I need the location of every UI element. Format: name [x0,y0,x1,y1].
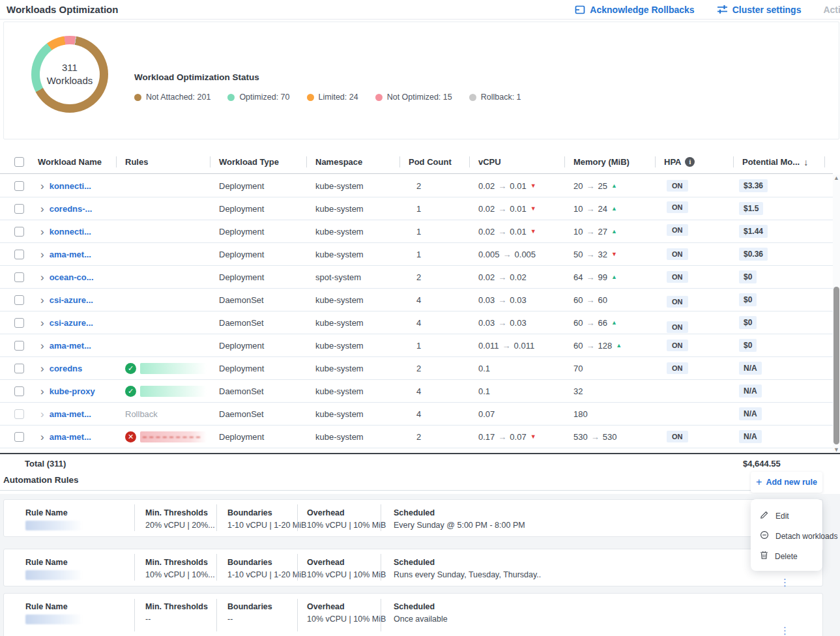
workload-name-link[interactable]: ama-met... [44,432,91,442]
row-checkbox[interactable] [14,204,24,214]
hpa-on-badge: ON [667,340,688,351]
workload-name-link[interactable]: ama-met... [44,250,91,259]
workload-status-card: 311 Workloads Workload Optimization Stat… [3,22,839,139]
pod-count-cell: 2 [399,364,469,373]
add-new-rule-button[interactable]: + Add new rule [751,472,822,493]
menu-item-detach-workloads[interactable]: Detach workloads [751,526,822,546]
workload-name-link[interactable]: ama-met... [44,409,91,419]
table-scrollbar[interactable]: ▲ ▼ [833,175,840,453]
expand-row-icon[interactable]: › [29,181,44,192]
rule-name-redacted[interactable] [140,363,207,374]
column-header-hpa[interactable]: HPAi [655,150,733,174]
expand-row-icon[interactable]: › [29,386,44,397]
trend-up-icon: ▲ [607,319,617,326]
column-header-memory-mib-[interactable]: Memory (MiB) [564,150,655,174]
trend-down-icon: ▼ [527,205,536,212]
expand-row-icon[interactable]: › [29,295,44,306]
potential-savings-badge: $0 [739,339,757,352]
rule-name-redacted[interactable] [140,386,207,397]
sort-desc-icon[interactable]: ↓ [804,157,808,167]
row-checkbox[interactable] [14,409,24,419]
legend-dot-icon [307,94,314,101]
overhead-value: 10% vCPU | 10% MiB [307,570,381,579]
workload-name-link[interactable]: kube-proxy [44,386,95,396]
row-checkbox[interactable] [14,318,24,328]
workload-name-link[interactable]: csi-azure... [44,318,93,328]
row-checkbox[interactable] [14,364,24,373]
expand-row-icon[interactable]: › [29,340,44,351]
workload-name-link[interactable]: csi-azure... [44,295,93,305]
row-checkbox[interactable] [14,181,24,191]
scrollbar-up-icon[interactable]: ▲ [833,175,840,181]
row-checkbox[interactable] [14,227,24,237]
workload-name-link[interactable]: coredns-... [44,204,93,214]
scrollbar-down-icon[interactable]: ▼ [833,446,840,453]
vcpu-cell: 0.005→0.005 [469,250,564,259]
column-header-workload-name[interactable]: Workload Name [29,150,116,174]
rule-menu-kebab-icon[interactable]: ⋮ [780,625,789,636]
legend-item-limited: Limited: 24 [307,93,358,102]
arrow-right-icon: → [583,204,598,214]
column-header-pod-count[interactable]: Pod Count [399,150,469,174]
workload-name-link[interactable]: ama-met... [44,341,91,351]
total-potential-value: $4,644.55 [743,459,781,469]
trend-down-icon: ▼ [527,182,536,189]
rules-cell: ✓ [116,363,210,374]
rules-cell: ✓ [116,386,210,397]
column-header-workload-type[interactable]: Workload Type [210,150,306,174]
cluster-settings-button[interactable]: Cluster settings [717,5,802,15]
column-header-vcpu[interactable]: vCPU [469,150,564,174]
workload-name-link[interactable]: konnecti... [44,227,91,237]
namespace-cell: kube-system [306,204,399,214]
row-checkbox[interactable] [14,386,24,396]
expand-row-icon[interactable]: › [29,272,44,283]
legend-item-optimized: Optimized: 70 [227,93,289,102]
expand-row-icon[interactable]: › [29,409,44,420]
row-checkbox[interactable] [14,432,24,442]
table-row: ›coredns✓Deploymentkube-system20.170ONN/… [0,357,833,380]
hpa-on-badge: ON [667,271,688,283]
automation-rule-card: Rule NameMin. Thresholds--Boundaries--Ov… [3,593,823,636]
expand-row-icon[interactable]: › [29,249,44,260]
scrollbar-thumb[interactable] [833,287,839,444]
table-row: ›konnecti...Deploymentkube-system10.02→0… [0,220,833,243]
action-button[interactable]: Action [823,5,840,15]
namespace-cell: kube-system [306,250,399,259]
donut-center-text: 311 Workloads [31,36,108,113]
automation-rule-card: Rule NameMin. Thresholds10% vCPU | 10%..… [3,549,823,586]
expand-row-icon[interactable]: › [29,317,44,328]
namespace-cell: kube-system [306,227,399,237]
expand-row-icon[interactable]: › [29,203,44,214]
workload-name-link[interactable]: ocean-co... [44,272,94,282]
select-all-checkbox[interactable] [14,157,24,167]
namespace-cell: kube-system [306,181,399,191]
expand-row-icon[interactable]: › [29,363,44,374]
vcpu-cell: 0.02→0.01▼ [469,181,564,191]
menu-item-delete[interactable]: Delete [751,546,822,566]
row-checkbox[interactable] [14,272,24,282]
rule-name-redacted[interactable] [140,431,207,442]
rule-error-icon: ✕ [125,431,136,442]
hpa-info-icon[interactable]: i [685,157,695,167]
workload-type-cell: DaemonSet [210,409,306,419]
min-thresholds-label: Min. Thresholds [145,508,216,517]
column-header-namespace[interactable]: Namespace [306,150,399,174]
workload-type-cell: DaemonSet [210,295,306,305]
acknowledge-rollbacks-button[interactable]: Acknowledge Rollbacks [575,5,694,15]
rule-success-icon: ✓ [125,363,136,374]
row-checkbox[interactable] [14,250,24,259]
row-checkbox[interactable] [14,341,24,351]
row-checkbox[interactable] [14,295,24,305]
legend-item-not-optimized: Not Optimized: 15 [375,93,452,102]
workload-name-link[interactable]: coredns [44,364,83,373]
rule-menu-kebab-icon[interactable]: ⋮ [780,577,789,588]
namespace-cell: kube-system [306,318,399,328]
column-header-potential-mo-[interactable]: Potential Mo...↓ [733,150,833,174]
hpa-cell: ON [655,180,733,192]
expand-row-icon[interactable]: › [29,226,44,237]
menu-item-edit[interactable]: Edit [751,506,822,526]
workload-name-link[interactable]: konnecti... [44,181,91,191]
column-header-rules[interactable]: Rules [116,150,210,174]
arrow-right-icon: → [495,318,510,328]
expand-row-icon[interactable]: › [29,431,44,442]
